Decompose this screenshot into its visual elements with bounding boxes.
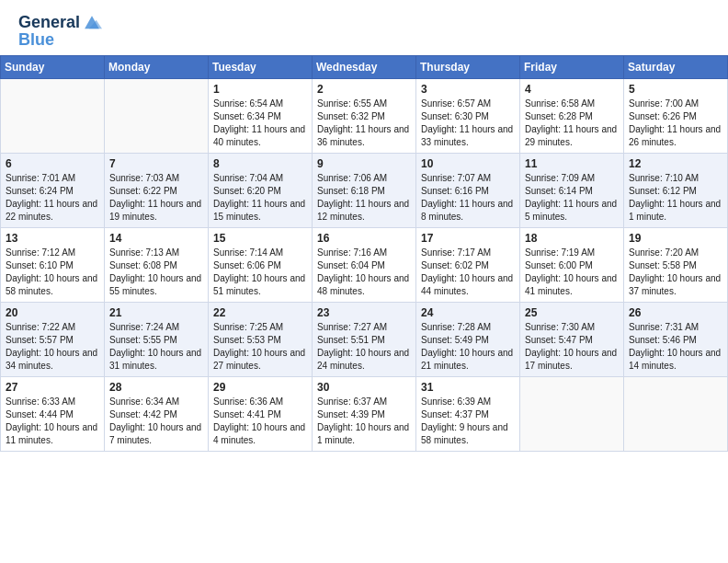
calendar-cell: 17Sunrise: 7:17 AMSunset: 6:02 PMDayligh… xyxy=(416,227,520,302)
day-number: 8 xyxy=(213,157,307,170)
day-info: Sunrise: 6:55 AMSunset: 6:32 PMDaylight:… xyxy=(317,98,411,149)
calendar-cell: 14Sunrise: 7:13 AMSunset: 6:08 PMDayligh… xyxy=(105,227,209,302)
day-info: Sunrise: 7:12 AMSunset: 6:10 PMDaylight:… xyxy=(6,247,99,298)
day-number: 13 xyxy=(6,232,99,245)
day-number: 23 xyxy=(317,306,411,319)
calendar-cell: 25Sunrise: 7:30 AMSunset: 5:47 PMDayligh… xyxy=(520,302,624,376)
calendar-cell: 4Sunrise: 6:58 AMSunset: 6:28 PMDaylight… xyxy=(520,78,624,153)
logo-blue-text: Blue xyxy=(18,31,54,50)
day-info: Sunrise: 7:01 AMSunset: 6:24 PMDaylight:… xyxy=(6,172,99,224)
calendar-cell: 9Sunrise: 7:06 AMSunset: 6:18 PMDaylight… xyxy=(313,153,416,227)
day-number: 7 xyxy=(109,157,203,170)
page-header: General Blue xyxy=(0,0,728,55)
day-number: 14 xyxy=(109,232,203,245)
day-info: Sunrise: 7:10 AMSunset: 6:12 PMDaylight:… xyxy=(629,172,722,224)
day-number: 24 xyxy=(421,306,515,319)
calendar-cell: 15Sunrise: 7:14 AMSunset: 6:06 PMDayligh… xyxy=(209,227,313,302)
calendar-cell: 27Sunrise: 6:33 AMSunset: 4:44 PMDayligh… xyxy=(1,376,105,451)
day-of-week-header: Thursday xyxy=(416,55,520,78)
calendar-cell: 18Sunrise: 7:19 AMSunset: 6:00 PMDayligh… xyxy=(520,227,624,302)
day-number: 4 xyxy=(525,83,619,96)
calendar-table: SundayMondayTuesdayWednesdayThursdayFrid… xyxy=(0,55,728,452)
calendar-cell xyxy=(624,376,728,451)
logo: General Blue xyxy=(18,13,102,50)
day-info: Sunrise: 7:09 AMSunset: 6:14 PMDaylight:… xyxy=(525,172,619,224)
calendar-cell: 29Sunrise: 6:36 AMSunset: 4:41 PMDayligh… xyxy=(209,376,313,451)
calendar-cell: 12Sunrise: 7:10 AMSunset: 6:12 PMDayligh… xyxy=(624,153,728,227)
calendar-cell: 7Sunrise: 7:03 AMSunset: 6:22 PMDaylight… xyxy=(105,153,209,227)
calendar-cell: 30Sunrise: 6:37 AMSunset: 4:39 PMDayligh… xyxy=(313,376,416,451)
day-number: 11 xyxy=(525,157,619,170)
day-info: Sunrise: 7:07 AMSunset: 6:16 PMDaylight:… xyxy=(421,172,515,224)
day-number: 16 xyxy=(317,232,411,245)
day-number: 15 xyxy=(213,232,307,245)
day-number: 17 xyxy=(421,232,515,245)
day-info: Sunrise: 6:54 AMSunset: 6:34 PMDaylight:… xyxy=(213,98,307,149)
day-info: Sunrise: 7:14 AMSunset: 6:06 PMDaylight:… xyxy=(213,247,307,298)
day-info: Sunrise: 7:03 AMSunset: 6:22 PMDaylight:… xyxy=(109,172,203,224)
calendar-cell: 8Sunrise: 7:04 AMSunset: 6:20 PMDaylight… xyxy=(209,153,313,227)
day-number: 2 xyxy=(317,83,411,96)
day-info: Sunrise: 7:19 AMSunset: 6:00 PMDaylight:… xyxy=(525,247,619,298)
day-number: 9 xyxy=(317,157,411,170)
day-info: Sunrise: 7:28 AMSunset: 5:49 PMDaylight:… xyxy=(421,321,515,373)
day-number: 3 xyxy=(421,83,515,96)
day-number: 26 xyxy=(629,306,722,319)
day-info: Sunrise: 7:06 AMSunset: 6:18 PMDaylight:… xyxy=(317,172,411,224)
day-info: Sunrise: 7:13 AMSunset: 6:08 PMDaylight:… xyxy=(109,247,203,298)
day-info: Sunrise: 7:30 AMSunset: 5:47 PMDaylight:… xyxy=(525,321,619,373)
calendar-cell: 24Sunrise: 7:28 AMSunset: 5:49 PMDayligh… xyxy=(416,302,520,376)
calendar-cell: 10Sunrise: 7:07 AMSunset: 6:16 PMDayligh… xyxy=(416,153,520,227)
calendar-cell: 21Sunrise: 7:24 AMSunset: 5:55 PMDayligh… xyxy=(105,302,209,376)
day-number: 31 xyxy=(421,381,515,394)
day-info: Sunrise: 7:20 AMSunset: 5:58 PMDaylight:… xyxy=(629,247,722,298)
calendar-cell: 20Sunrise: 7:22 AMSunset: 5:57 PMDayligh… xyxy=(1,302,105,376)
calendar-cell: 26Sunrise: 7:31 AMSunset: 5:46 PMDayligh… xyxy=(624,302,728,376)
day-info: Sunrise: 7:16 AMSunset: 6:04 PMDaylight:… xyxy=(317,247,411,298)
day-number: 21 xyxy=(109,306,203,319)
day-info: Sunrise: 7:31 AMSunset: 5:46 PMDaylight:… xyxy=(629,321,722,373)
calendar-cell: 3Sunrise: 6:57 AMSunset: 6:30 PMDaylight… xyxy=(416,78,520,153)
calendar-cell: 28Sunrise: 6:34 AMSunset: 4:42 PMDayligh… xyxy=(105,376,209,451)
logo-text: General xyxy=(18,14,80,32)
calendar-cell: 2Sunrise: 6:55 AMSunset: 6:32 PMDaylight… xyxy=(313,78,416,153)
day-number: 28 xyxy=(109,381,203,394)
day-info: Sunrise: 6:58 AMSunset: 6:28 PMDaylight:… xyxy=(525,98,619,149)
calendar-cell xyxy=(520,376,624,451)
day-number: 20 xyxy=(6,306,99,319)
day-info: Sunrise: 7:25 AMSunset: 5:53 PMDaylight:… xyxy=(213,321,307,373)
day-number: 27 xyxy=(6,381,99,394)
calendar-cell: 13Sunrise: 7:12 AMSunset: 6:10 PMDayligh… xyxy=(1,227,105,302)
day-of-week-header: Wednesday xyxy=(313,55,416,78)
calendar-cell: 19Sunrise: 7:20 AMSunset: 5:58 PMDayligh… xyxy=(624,227,728,302)
day-info: Sunrise: 6:34 AMSunset: 4:42 PMDaylight:… xyxy=(109,396,203,447)
day-number: 5 xyxy=(629,83,722,96)
day-info: Sunrise: 7:17 AMSunset: 6:02 PMDaylight:… xyxy=(421,247,515,298)
calendar-cell: 1Sunrise: 6:54 AMSunset: 6:34 PMDaylight… xyxy=(209,78,313,153)
day-number: 29 xyxy=(213,381,307,394)
day-number: 18 xyxy=(525,232,619,245)
day-info: Sunrise: 6:37 AMSunset: 4:39 PMDaylight:… xyxy=(317,396,411,447)
calendar-cell: 11Sunrise: 7:09 AMSunset: 6:14 PMDayligh… xyxy=(520,153,624,227)
day-of-week-header: Tuesday xyxy=(209,55,313,78)
day-info: Sunrise: 6:33 AMSunset: 4:44 PMDaylight:… xyxy=(6,396,99,447)
calendar-cell: 22Sunrise: 7:25 AMSunset: 5:53 PMDayligh… xyxy=(209,302,313,376)
day-number: 30 xyxy=(317,381,411,394)
calendar-cell: 23Sunrise: 7:27 AMSunset: 5:51 PMDayligh… xyxy=(313,302,416,376)
day-info: Sunrise: 6:57 AMSunset: 6:30 PMDaylight:… xyxy=(421,98,515,149)
day-of-week-header: Monday xyxy=(105,55,209,78)
day-of-week-header: Friday xyxy=(520,55,624,78)
calendar-cell: 5Sunrise: 7:00 AMSunset: 6:26 PMDaylight… xyxy=(624,78,728,153)
day-number: 22 xyxy=(213,306,307,319)
day-number: 1 xyxy=(213,83,307,96)
day-number: 25 xyxy=(525,306,619,319)
day-of-week-header: Saturday xyxy=(624,55,728,78)
day-info: Sunrise: 7:04 AMSunset: 6:20 PMDaylight:… xyxy=(213,172,307,224)
day-info: Sunrise: 7:27 AMSunset: 5:51 PMDaylight:… xyxy=(317,321,411,373)
day-number: 10 xyxy=(421,157,515,170)
calendar-cell: 6Sunrise: 7:01 AMSunset: 6:24 PMDaylight… xyxy=(1,153,105,227)
day-of-week-header: Sunday xyxy=(1,55,105,78)
day-info: Sunrise: 7:00 AMSunset: 6:26 PMDaylight:… xyxy=(629,98,722,149)
day-info: Sunrise: 7:24 AMSunset: 5:55 PMDaylight:… xyxy=(109,321,203,373)
calendar-cell xyxy=(1,78,105,153)
